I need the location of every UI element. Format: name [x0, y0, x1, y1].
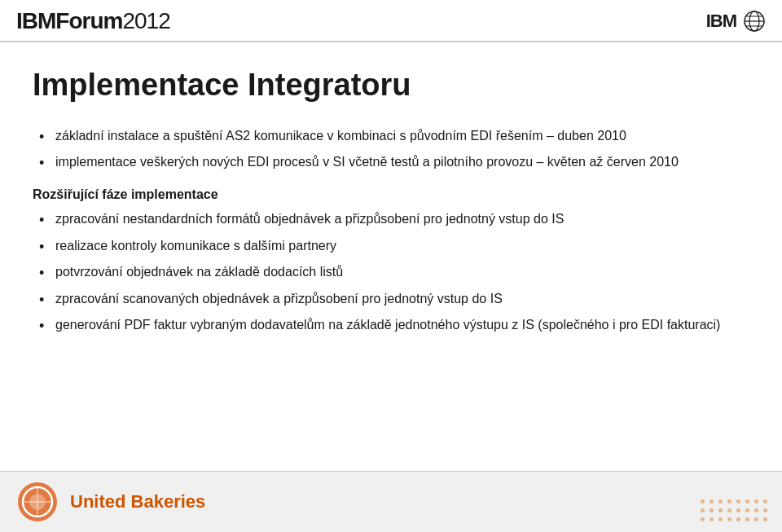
list-item: zpracování scanovaných objednávek a přiz… — [33, 290, 749, 308]
dot — [710, 517, 714, 521]
globe-icon — [743, 10, 766, 33]
dot — [718, 508, 723, 512]
forum-text: Forum — [55, 8, 122, 33]
dots-grid — [701, 499, 770, 524]
slide-title: Implementace Integratoru — [33, 67, 749, 104]
dot — [727, 508, 731, 512]
list-item: potvrzování objednávek na základě dodací… — [33, 263, 749, 281]
section-bullet-list: zpracování nestandardních formátů objedn… — [33, 210, 749, 334]
dot — [763, 508, 767, 512]
dot — [754, 508, 758, 512]
header: IBMForum2012 IBM — [0, 0, 782, 42]
dot — [745, 517, 749, 521]
main-content: Implementace Integratoru základní instal… — [0, 42, 782, 367]
dot — [718, 517, 723, 521]
dot — [736, 499, 740, 503]
list-item: základní instalace a spuštění AS2 komuni… — [33, 127, 749, 145]
header-right-area: IBM — [706, 10, 766, 33]
footer: United Bakeries — [0, 471, 782, 532]
ibm-forum-logo: IBMForum2012 — [16, 8, 170, 34]
list-item: generování PDF faktur vybraným dodavatel… — [33, 316, 749, 334]
ibm-right-logo: IBM — [706, 11, 736, 32]
year-text: 2012 — [122, 8, 169, 33]
dot — [727, 517, 731, 521]
main-bullet-list: základní instalace a spuštění AS2 komuni… — [33, 127, 749, 172]
united-bakeries-logo-icon — [16, 481, 59, 523]
section-heading: Rozšiřující fáze implementace — [33, 187, 749, 202]
footer-logo-area: United Bakeries — [16, 481, 205, 523]
dot — [718, 499, 723, 503]
dots-decoration — [701, 499, 770, 524]
dot — [710, 499, 714, 503]
dot — [754, 499, 758, 503]
dot — [754, 517, 758, 521]
dot — [736, 517, 740, 521]
list-item: realizace kontroly komunikace s dalšími … — [33, 237, 749, 255]
list-item: implementace veškerých nových EDI proces… — [33, 153, 749, 171]
dot — [763, 499, 767, 503]
dot — [745, 508, 749, 512]
dot — [710, 508, 714, 512]
dot — [701, 517, 705, 521]
ibm-text: IBM — [16, 8, 55, 33]
dot — [701, 499, 705, 503]
dot — [701, 508, 705, 512]
dot — [763, 517, 767, 521]
list-item: zpracování nestandardních formátů objedn… — [33, 210, 749, 228]
dot — [736, 508, 740, 512]
dot — [745, 499, 749, 503]
dot — [727, 499, 731, 503]
footer-brand-name: United Bakeries — [70, 491, 205, 512]
